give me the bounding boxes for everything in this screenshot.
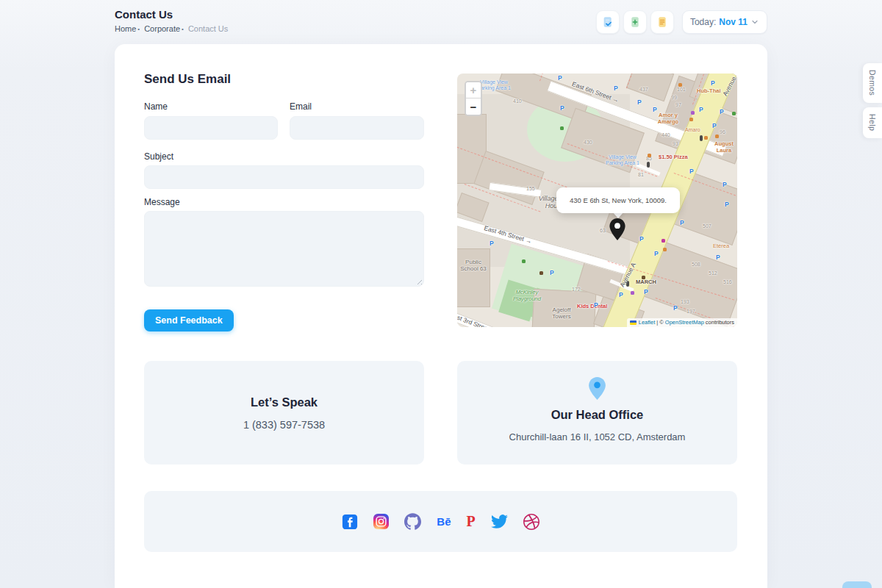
parking-marker-icon: P <box>637 98 642 106</box>
dribbble-icon[interactable] <box>523 513 539 531</box>
zoom-in-button[interactable]: + <box>466 82 481 98</box>
poi-marker-icon <box>662 239 665 243</box>
map-label: 96 <box>720 129 725 135</box>
form-heading: Send Us Email <box>144 72 231 87</box>
page-title: Contact Us <box>115 8 173 21</box>
check-document-button[interactable] <box>596 10 620 34</box>
parking-marker-icon: P <box>594 301 598 309</box>
map-label: 507 <box>703 223 711 229</box>
map-label: 197 <box>686 309 695 315</box>
breadcrumb-home[interactable]: Home <box>115 24 136 33</box>
map-label: 193 <box>681 299 689 305</box>
parking-marker-icon: P <box>723 181 727 188</box>
attribution-separator: | © <box>656 319 664 326</box>
map-label: 508 <box>692 262 700 268</box>
poi-marker-icon <box>663 248 667 251</box>
map-label: McKinley Playground <box>506 290 548 302</box>
map-label: Village View Parking Area 1 <box>604 154 641 166</box>
parking-marker-icon: P <box>712 122 717 129</box>
map-label: 437 <box>639 87 648 93</box>
map-label: August Laura <box>711 141 736 154</box>
attribution-suffix: contributors <box>706 319 734 326</box>
map-label: $1.50 Pizza <box>659 154 688 161</box>
behance-icon[interactable]: Bē <box>437 513 451 531</box>
facebook-icon[interactable] <box>342 513 358 531</box>
leaflet-link[interactable]: Leaflet <box>639 319 656 326</box>
breadcrumb-separator: • <box>182 26 184 32</box>
parking-marker-icon: P <box>654 250 659 257</box>
demos-tab[interactable]: Demos <box>863 63 882 103</box>
add-document-button[interactable] <box>623 10 647 34</box>
date-selector[interactable]: Today: Nov 11 <box>682 10 767 34</box>
parking-marker-icon: P <box>619 291 623 298</box>
phone-number[interactable]: 1 (833) 597-7538 <box>144 419 424 431</box>
chevron-down-icon <box>750 18 759 26</box>
subject-input[interactable] <box>144 165 424 189</box>
poi-marker-icon <box>678 83 682 87</box>
breadcrumb-corporate[interactable]: Corporate <box>144 24 180 33</box>
poi-marker-icon <box>560 126 564 130</box>
poi-marker-icon <box>648 154 651 157</box>
lets-speak-card: Let’s Speak 1 (833) 597-7538 <box>144 361 424 465</box>
add-document-icon <box>629 16 641 28</box>
map-label: 101 <box>677 87 686 93</box>
map-label: 155 <box>526 186 535 192</box>
map-label: 440 <box>662 132 670 138</box>
map-label: 63 <box>600 228 606 234</box>
office-title: Our Head Office <box>457 408 737 422</box>
parking-marker-icon: P <box>716 254 720 261</box>
map-label: Amor y Amargo <box>653 112 684 125</box>
poi-marker-icon <box>642 276 645 279</box>
pinterest-icon[interactable]: P <box>466 513 475 531</box>
map-popup[interactable]: 430 E 6th St, New York, 10009. <box>556 187 680 213</box>
map-label: 97 <box>675 102 681 108</box>
instagram-icon[interactable] <box>373 513 389 531</box>
poi-marker-icon <box>631 291 634 295</box>
map-label: MARCH <box>636 279 656 286</box>
parking-marker-icon: P <box>550 269 554 276</box>
subject-label: Subject <box>144 151 173 162</box>
parking-marker-icon: P <box>558 74 562 82</box>
poi-marker-icon <box>715 135 719 138</box>
ukraine-flag-icon <box>630 320 637 325</box>
message-textarea[interactable] <box>144 211 424 287</box>
name-input[interactable] <box>144 116 278 140</box>
breadcrumb-current: Contact Us <box>188 24 228 33</box>
map-zoom-control: + − <box>465 81 482 116</box>
openstreetmap-link[interactable]: OpenStreetMap <box>665 319 704 326</box>
email-label: Email <box>290 101 312 112</box>
name-label: Name <box>144 101 168 112</box>
map-label: 512 <box>709 270 717 276</box>
poi-marker-icon <box>691 111 695 115</box>
poi-marker-icon <box>522 259 526 263</box>
breadcrumb: Home• Corporate• Contact Us <box>115 24 228 33</box>
parking-marker-icon: P <box>725 201 729 208</box>
speak-title: Let’s Speak <box>144 395 424 409</box>
message-label: Message <box>144 197 180 207</box>
map[interactable]: East 6th Street →East 4th Street →East 3… <box>457 74 737 327</box>
head-office-card: Our Head Office Churchill-laan 16 II, 10… <box>457 361 737 465</box>
lines-document-button[interactable] <box>650 10 674 34</box>
email-input[interactable] <box>290 116 424 140</box>
poi-marker-icon <box>539 271 543 275</box>
map-label: Amaro <box>685 127 700 133</box>
zoom-out-button[interactable]: − <box>466 98 481 115</box>
parking-marker-icon: P <box>689 168 694 175</box>
github-icon[interactable] <box>404 513 421 531</box>
parking-marker-icon: P <box>639 235 644 243</box>
today-label: Today: <box>690 17 716 27</box>
parking-marker-icon: P <box>699 106 703 113</box>
main-panel: Send Us Email Name Email Subject Message… <box>115 44 767 588</box>
map-label: Kids Dental <box>577 304 607 310</box>
location-marker-icon[interactable] <box>609 218 625 243</box>
map-label: 516 <box>723 279 732 285</box>
map-label: 410 <box>513 98 522 104</box>
send-feedback-button[interactable]: Send Feedback <box>144 309 234 331</box>
help-tab[interactable]: Help <box>863 107 882 138</box>
twitter-icon[interactable] <box>491 513 508 531</box>
breadcrumb-separator: • <box>137 26 140 32</box>
check-document-icon <box>602 16 614 28</box>
map-label: 99 <box>671 95 677 101</box>
office-pin-icon <box>457 377 737 400</box>
scroll-top-button[interactable] <box>842 581 872 588</box>
